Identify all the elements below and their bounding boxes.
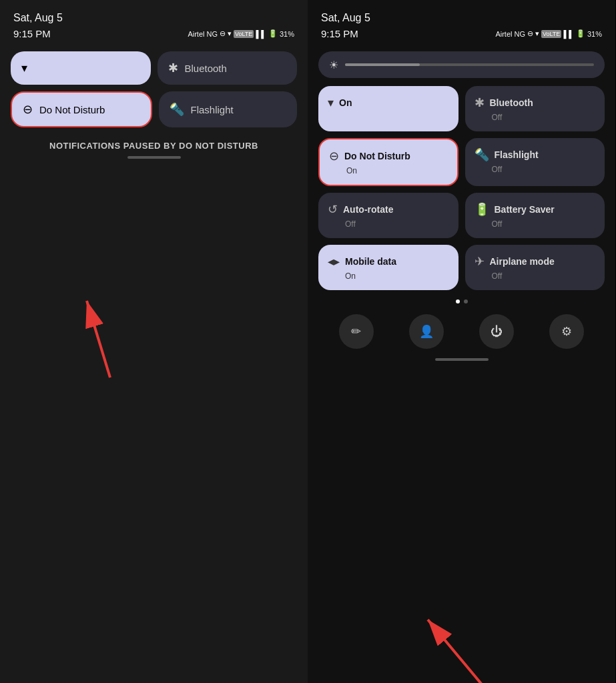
dnd-icon-tile: ⊖: [329, 149, 339, 163]
airplane-icon-tile: ✈: [475, 254, 485, 269]
power-button[interactable]: ⏻: [479, 314, 514, 349]
wifi-name-right: On: [339, 97, 352, 108]
time-row-left: 9:15 PM Airtel NG ⊖ ▾ VoLTE ▌▌ 🔋 31%: [0, 27, 308, 45]
dnd-label-left: Do Not Disturb: [39, 104, 105, 115]
flashlight-name-right: Flashlight: [495, 149, 539, 160]
wifi-icon-tile: ▾: [328, 95, 334, 110]
airplane-tile-right[interactable]: ✈ Airplane mode Off: [465, 245, 605, 290]
tiles-grid-right: ▾ On ✱ Bluetooth Off ⊖ Do Not Disturb On…: [308, 82, 615, 290]
flashlight-icon-left: 🔦: [170, 102, 184, 117]
status-bar-left: Sat, Aug 5: [0, 0, 308, 27]
bluetooth-tile-right[interactable]: ✱ Bluetooth Off: [465, 86, 605, 131]
time-row-right: 9:15 PM Airtel NG ⊖ ▾ VoLTE ▌▌ 🔋 31%: [308, 27, 615, 45]
autorotate-status-right: Off: [328, 219, 449, 229]
svg-line-1: [87, 301, 110, 378]
arrow-left: [0, 151, 308, 683]
bluetooth-tile-left[interactable]: ✱ Bluetooth: [158, 51, 298, 85]
flashlight-status-right: Off: [475, 165, 596, 174]
arrow-right: [308, 353, 615, 683]
battery-icon-left: 🔋: [268, 29, 278, 38]
time-left: 9:15 PM: [13, 28, 51, 39]
bluetooth-icon-left: ✱: [168, 61, 178, 75]
battery-saver-tile-right[interactable]: 🔋 Battery Saver Off: [465, 193, 605, 238]
airplane-name-right: Airplane mode: [490, 256, 555, 267]
flashlight-tile-right[interactable]: 🔦 Flashlight Off: [465, 138, 605, 186]
status-bar-right: Sat, Aug 5: [308, 0, 615, 27]
flashlight-label-left: Flashlight: [191, 104, 234, 115]
edit-button[interactable]: ✏: [339, 314, 374, 349]
tiles-area-left: ▾ ✱ Bluetooth ⊖ Do Not Disturb 🔦 Flashli…: [0, 45, 308, 127]
carrier-right: Airtel NG: [495, 30, 525, 38]
dot-2: [464, 299, 468, 303]
dnd-status-right: On: [329, 166, 448, 175]
bluetooth-status-right: Off: [475, 113, 596, 122]
dnd-tile-right[interactable]: ⊖ Do Not Disturb On: [318, 138, 458, 186]
status-icons-left: Airtel NG ⊖ ▾ VoLTE ▌▌ 🔋 31%: [188, 29, 294, 38]
wifi-icon-r: ▾: [535, 29, 539, 38]
status-icons-right: Airtel NG ⊖ ▾ VoLTE ▌▌ 🔋 31%: [495, 29, 602, 38]
autorotate-name-right: Auto-rotate: [343, 204, 393, 215]
edit-icon: ✏: [351, 324, 361, 339]
home-indicator-right: [435, 358, 489, 361]
user-button[interactable]: 👤: [409, 314, 444, 349]
wifi-icon-status: ▾: [228, 29, 232, 38]
brightness-bar-container: ☀: [308, 45, 615, 82]
mobile-data-status-right: On: [328, 271, 449, 281]
svg-line-3: [428, 620, 495, 683]
brightness-bar[interactable]: ☀: [318, 51, 605, 78]
bottom-icons-row: ✏ 👤 ⏻ ⚙: [308, 310, 615, 353]
carrier-left: Airtel NG: [188, 30, 218, 38]
date-right: Sat, Aug 5: [321, 12, 370, 24]
page-dots: [308, 299, 615, 303]
bluetooth-name-right: Bluetooth: [490, 97, 533, 108]
battery-pct-left: 31%: [280, 30, 294, 38]
wifi-tile-icon-left: ▾: [21, 61, 27, 75]
battery-icon-right: 🔋: [576, 29, 585, 38]
flashlight-icon-tile: 🔦: [475, 147, 489, 162]
signal-icon: ⊖: [220, 29, 226, 38]
bars-icon-r: ▌▌: [563, 30, 574, 38]
autorotate-tile-right[interactable]: ↺ Auto-rotate Off: [318, 193, 458, 238]
battery-icon-tile: 🔋: [475, 202, 489, 217]
dot-1: [456, 299, 460, 303]
brightness-fill: [345, 63, 420, 66]
volte-icon: VoLTE: [234, 30, 254, 38]
right-phone-panel: Sat, Aug 5 9:15 PM Airtel NG ⊖ ▾ VoLTE ▌…: [308, 0, 615, 683]
tiles-row-2: ⊖ Do Not Disturb 🔦 Flashlight: [11, 91, 297, 127]
left-phone-panel: Sat, Aug 5 9:15 PM Airtel NG ⊖ ▾ VoLTE ▌…: [0, 0, 308, 683]
brightness-icon: ☀: [329, 59, 338, 71]
bluetooth-icon-tile: ✱: [475, 95, 485, 110]
wifi-tile-right[interactable]: ▾ On: [318, 86, 458, 131]
power-icon: ⏻: [491, 325, 503, 339]
dnd-icon-left: ⊖: [23, 102, 33, 117]
mobile-data-name-right: Mobile data: [345, 256, 396, 267]
battery-saver-status-right: Off: [475, 219, 596, 229]
user-icon: 👤: [419, 324, 434, 339]
bars-icon: ▌▌: [256, 30, 266, 38]
settings-icon: ⚙: [561, 324, 572, 339]
bluetooth-label-left: Bluetooth: [185, 63, 227, 74]
autorotate-icon-tile: ↺: [328, 202, 338, 217]
notifications-paused-text: NOTIFICATIONS PAUSED BY DO NOT DISTURB: [0, 141, 308, 151]
brightness-track: [345, 63, 594, 66]
wifi-tile-left[interactable]: ▾: [11, 51, 151, 85]
date-left: Sat, Aug 5: [13, 12, 63, 24]
battery-pct-right: 31%: [587, 30, 602, 38]
home-indicator-left: [127, 156, 181, 159]
volte-icon-r: VoLTE: [541, 30, 561, 38]
signal-icon-r: ⊖: [527, 29, 533, 38]
mobile-data-icon-tile: ◂▸: [328, 254, 340, 269]
flashlight-tile-left[interactable]: 🔦 Flashlight: [159, 91, 298, 127]
tiles-row-1: ▾ ✱ Bluetooth: [11, 51, 297, 85]
battery-saver-name-right: Battery Saver: [495, 204, 555, 215]
mobile-data-tile-right[interactable]: ◂▸ Mobile data On: [318, 245, 458, 290]
dnd-tile-left[interactable]: ⊖ Do Not Disturb: [11, 91, 152, 127]
time-right: 9:15 PM: [321, 28, 358, 39]
settings-button[interactable]: ⚙: [549, 314, 584, 349]
dnd-name-right: Do Not Disturb: [344, 151, 410, 161]
airplane-status-right: Off: [475, 271, 596, 281]
